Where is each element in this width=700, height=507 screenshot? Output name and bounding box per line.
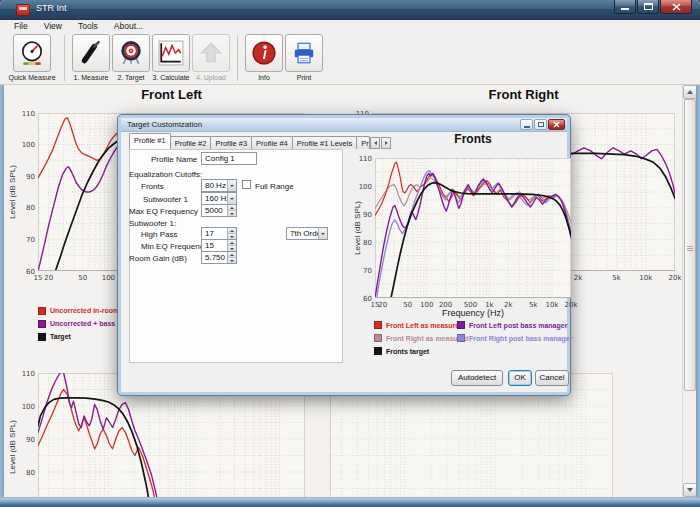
- full-range-checkbox[interactable]: [242, 180, 251, 189]
- toolbar: Quick Measure 1. Measure 2. Target 3. Ca…: [0, 32, 700, 85]
- svg-text:90: 90: [26, 173, 35, 181]
- menu-file[interactable]: File: [6, 20, 36, 32]
- svg-text:60: 60: [363, 295, 372, 303]
- ok-button[interactable]: OK: [508, 370, 532, 386]
- upload-icon: [198, 40, 224, 66]
- dialog-minimize-button[interactable]: [520, 119, 533, 130]
- autodetect-button[interactable]: Autodetect: [451, 370, 503, 386]
- close-icon: [553, 121, 560, 128]
- front-left-chart-title: Front Left: [38, 87, 305, 102]
- title-bar[interactable]: STR Int: [0, 0, 700, 20]
- print-button[interactable]: Print: [284, 34, 324, 81]
- legend-item: Front Right post bass manager: [457, 333, 572, 343]
- target-button[interactable]: 2. Target: [111, 34, 151, 81]
- dialog-title-bar[interactable]: Target Customization: [121, 118, 567, 132]
- tab-profile-2[interactable]: Profile #2: [170, 136, 212, 149]
- fronts-cutoff-select[interactable]: 80 Hz: [201, 179, 237, 192]
- chevron-up-icon: [687, 90, 693, 94]
- chevron-down-icon: [230, 236, 234, 238]
- scroll-up-button[interactable]: [683, 85, 697, 99]
- profile-name-input[interactable]: Config 1: [201, 152, 257, 165]
- svg-text:80: 80: [26, 204, 35, 212]
- high-pass-label: High Pass: [141, 230, 177, 239]
- window-title: STR Int: [36, 3, 67, 13]
- menu-tools[interactable]: Tools: [70, 20, 106, 32]
- subwoofer1-heading: Subwoofer 1:: [129, 219, 176, 228]
- svg-text:50: 50: [78, 274, 87, 282]
- room-gain-label: Room Gain (dB): [129, 254, 187, 263]
- main-window: STR Int File View Tools About... Quick M…: [0, 0, 700, 507]
- legend-swatch: [374, 347, 382, 355]
- tab-profile-4[interactable]: Profile #4: [251, 136, 293, 149]
- legend-item: Front Right as measured: [374, 333, 468, 343]
- legend-item: Front Left post bass manager: [457, 320, 567, 330]
- spin-down-button[interactable]: [228, 257, 236, 263]
- waveform-icon: [158, 40, 184, 66]
- bottom-left-y-axis-label: Level (dB SPL): [8, 397, 20, 497]
- printer-icon: [291, 40, 317, 66]
- close-button[interactable]: [660, 0, 692, 14]
- chevron-up-icon: [230, 207, 234, 209]
- scrollbar-thumb[interactable]: [684, 99, 696, 391]
- quick-measure-button[interactable]: Quick Measure: [6, 34, 58, 81]
- chevron-down-icon: [230, 260, 234, 262]
- toolbar-separator: [64, 35, 65, 81]
- measure-button[interactable]: 1. Measure: [71, 34, 111, 81]
- info-button[interactable]: Info: [244, 34, 284, 81]
- spin-down-button[interactable]: [228, 210, 236, 216]
- legend-swatch: [374, 334, 382, 342]
- maximize-button[interactable]: [637, 0, 659, 14]
- legend-swatch: [38, 307, 46, 315]
- calculate-button[interactable]: 3. Calculate: [151, 34, 191, 81]
- minimize-button[interactable]: [614, 0, 636, 14]
- cancel-button[interactable]: Cancel: [535, 370, 569, 386]
- dropdown-button[interactable]: [227, 180, 236, 191]
- toolbar-separator: [237, 35, 238, 81]
- filter-order-select[interactable]: 7th Order: [286, 227, 328, 240]
- dialog-maximize-button[interactable]: [534, 119, 547, 130]
- tab-profile-1[interactable]: Profile #1: [129, 133, 171, 149]
- legend-swatch: [374, 321, 382, 329]
- room-gain-spinner[interactable]: 5.750: [201, 251, 237, 264]
- grip-icon: [687, 246, 693, 251]
- svg-text:90: 90: [26, 436, 35, 444]
- max-eq-frequency-label: Max EQ Frequency: [129, 207, 198, 216]
- tab-profile-1-levels[interactable]: Profile #1 Levels: [292, 136, 357, 149]
- tab-profile-3[interactable]: Profile #3: [210, 136, 252, 149]
- svg-text:100: 100: [22, 141, 35, 149]
- target-icon: [118, 40, 144, 66]
- svg-text:20k: 20k: [669, 274, 682, 282]
- svg-text:110: 110: [22, 110, 35, 118]
- microphone-icon: [78, 40, 104, 66]
- chevron-down-icon: [230, 248, 234, 250]
- window-border: [0, 497, 700, 507]
- scroll-down-button[interactable]: [683, 483, 697, 497]
- front-left-y-axis-label: Level (dB SPL): [8, 142, 20, 242]
- maximize-icon: [644, 3, 653, 10]
- fronts-x-axis-label: Frequency (Hz): [375, 308, 571, 318]
- dialog-close-button[interactable]: [548, 119, 565, 130]
- gauge-icon: [19, 40, 45, 66]
- dropdown-button[interactable]: [227, 193, 236, 204]
- menu-view[interactable]: View: [36, 20, 70, 32]
- legend-item: Front Left as measured: [374, 320, 463, 330]
- chevron-down-icon: [230, 185, 234, 187]
- svg-text:20: 20: [44, 274, 53, 282]
- vertical-scrollbar[interactable]: [682, 85, 696, 497]
- app-icon: [16, 4, 30, 16]
- max-eq-frequency-spinner[interactable]: 5000: [201, 204, 237, 217]
- svg-text:110: 110: [22, 370, 35, 378]
- min-eq-frequency-label: Min EQ Frequency: [141, 242, 208, 251]
- legend-swatch: [457, 321, 465, 329]
- tab-truncated[interactable]: Pr: [356, 136, 370, 149]
- svg-text:70: 70: [26, 236, 35, 244]
- legend-swatch: [457, 334, 465, 342]
- close-icon: [672, 3, 681, 11]
- svg-text:2k: 2k: [574, 274, 583, 282]
- chevron-down-icon: [230, 213, 234, 215]
- svg-text:10k: 10k: [639, 274, 653, 282]
- menu-about[interactable]: About...: [106, 20, 151, 32]
- dropdown-button[interactable]: [318, 228, 327, 239]
- svg-text:5k: 5k: [612, 274, 621, 282]
- minimize-icon: [524, 126, 530, 128]
